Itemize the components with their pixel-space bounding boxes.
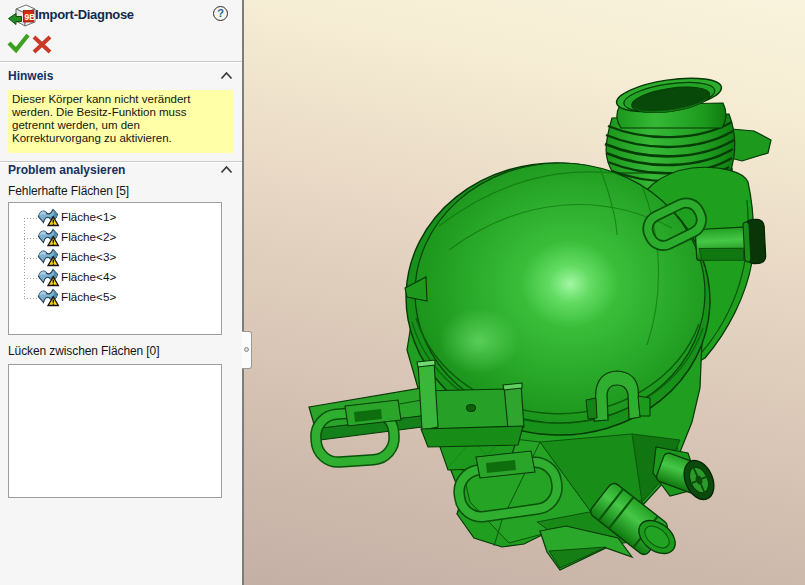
svg-text:9B: 9B	[25, 12, 36, 22]
